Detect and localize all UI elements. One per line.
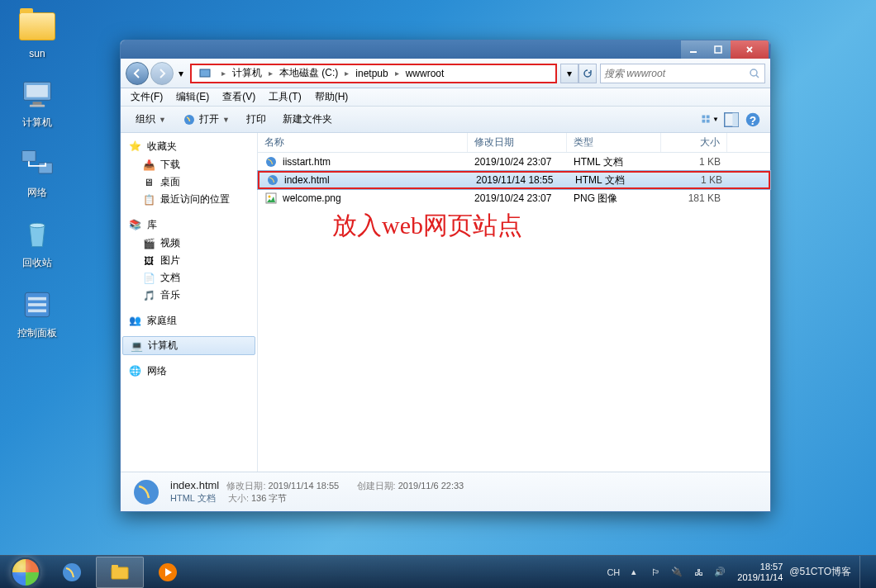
ie-icon xyxy=(266,173,279,187)
sidebar-music[interactable]: 🎵音乐 xyxy=(121,287,257,304)
nav-history-dropdown[interactable]: ▾ xyxy=(175,66,187,81)
col-type[interactable]: 类型 xyxy=(567,133,661,152)
svg-rect-19 xyxy=(707,120,710,123)
watermark: @51CTO博客 xyxy=(789,565,851,579)
explorer-window: ▾ ▸ 计算机 ▸ 本地磁盘 (C:) ▸ inetpub ▸ wwwroot … xyxy=(120,40,771,512)
power-icon[interactable]: 🔌 xyxy=(669,565,684,580)
svg-rect-4 xyxy=(22,151,36,162)
forward-button[interactable] xyxy=(150,62,174,85)
menu-tools[interactable]: 工具(T) xyxy=(262,90,307,104)
file-row[interactable]: welcome.png 2019/10/24 23:07 PNG 图像 181 … xyxy=(258,189,770,207)
show-desktop-button[interactable] xyxy=(859,556,871,589)
lang-indicator[interactable]: CH xyxy=(607,565,620,580)
col-name[interactable]: 名称 xyxy=(258,133,468,152)
chevron-right-icon: ▸ xyxy=(343,69,350,78)
details-filename: index.html xyxy=(170,479,219,491)
view-options-button[interactable]: ▼ xyxy=(701,111,719,129)
annotation-overlay: 放入web网页站点 xyxy=(332,209,522,243)
address-bar[interactable]: ▸ 计算机 ▸ 本地磁盘 (C:) ▸ inetpub ▸ wwwroot xyxy=(190,64,557,83)
action-center-icon[interactable]: 🏳 xyxy=(648,565,663,580)
refresh-button[interactable] xyxy=(578,64,597,83)
network-tray-icon[interactable]: 🖧 xyxy=(691,565,706,580)
system-tray: CH ▴ 🏳 🔌 🖧 🔊 18:57 2019/11/14 @51CTO博客 xyxy=(603,556,873,589)
file-row[interactable]: iisstart.htm 2019/10/24 23:07 HTML 文档 1 … xyxy=(258,153,770,171)
menu-view[interactable]: 查看(V) xyxy=(216,90,262,104)
tray-caret-icon[interactable]: ▴ xyxy=(626,565,641,580)
menu-edit[interactable]: 编辑(E) xyxy=(169,90,216,104)
svg-rect-2 xyxy=(33,102,42,105)
library-icon: 📚 xyxy=(127,217,142,232)
close-button[interactable] xyxy=(731,40,769,59)
sidebar-network[interactable]: 🌐网络 xyxy=(121,361,257,381)
taskbar-ie[interactable] xyxy=(48,557,96,588)
sidebar-favorites[interactable]: ⭐收藏夹 xyxy=(121,136,257,156)
taskbar: CH ▴ 🏳 🔌 🖧 🔊 18:57 2019/11/14 @51CTO博客 xyxy=(0,555,876,588)
sidebar-downloads[interactable]: 📥下载 xyxy=(121,156,257,173)
tray-clock[interactable]: 18:57 2019/11/14 xyxy=(731,562,789,583)
back-button[interactable] xyxy=(126,62,149,85)
ie-icon xyxy=(264,155,278,168)
sidebar-homegroup[interactable]: 👥家庭组 xyxy=(121,311,257,330)
svg-rect-13 xyxy=(200,69,210,77)
col-date[interactable]: 修改日期 xyxy=(468,133,567,152)
toolbar-print[interactable]: 打印 xyxy=(238,107,274,132)
menu-help[interactable]: 帮助(H) xyxy=(308,90,355,104)
details-pane: index.html 修改日期: 2019/11/14 18:55 创建日期: … xyxy=(121,472,770,511)
help-button[interactable]: ? xyxy=(744,111,762,129)
start-button[interactable] xyxy=(3,557,48,588)
desktop-icon-sun[interactable]: sun xyxy=(7,7,68,59)
search-box[interactable] xyxy=(600,64,765,83)
svg-rect-1 xyxy=(26,85,48,97)
breadcrumb-seg-0[interactable]: 计算机 xyxy=(227,65,267,82)
taskbar-explorer[interactable] xyxy=(96,557,144,588)
svg-rect-16 xyxy=(702,116,706,119)
computer-icon: 💻 xyxy=(130,339,143,353)
svg-rect-18 xyxy=(702,120,706,123)
volume-icon[interactable]: 🔊 xyxy=(712,565,727,580)
taskbar-mediaplayer[interactable] xyxy=(144,557,192,588)
preview-pane-button[interactable] xyxy=(722,111,740,129)
sidebar-documents[interactable]: 📄文档 xyxy=(121,269,257,287)
sidebar-recent[interactable]: 📋最近访问的位置 xyxy=(121,191,257,208)
breadcrumb-seg-3[interactable]: wwwroot xyxy=(401,65,450,82)
svg-text:?: ? xyxy=(750,114,756,126)
details-type: HTML 文档 xyxy=(170,493,216,503)
svg-rect-12 xyxy=(715,46,721,53)
titlebar[interactable] xyxy=(121,40,770,59)
menu-file[interactable]: 文件(F) xyxy=(124,90,169,104)
svg-rect-3 xyxy=(30,105,45,107)
address-dropdown[interactable]: ▾ xyxy=(560,64,578,83)
toolbar-organize[interactable]: 组织▼ xyxy=(127,107,174,132)
file-row-selected[interactable]: index.html 2019/11/14 18:55 HTML 文档 1 KB xyxy=(258,171,770,189)
minimize-button[interactable] xyxy=(681,40,706,59)
breadcrumb-seg-1[interactable]: 本地磁盘 (C:) xyxy=(274,65,343,82)
desktop-icon-control-panel[interactable]: 控制面板 xyxy=(7,285,68,340)
file-list: 名称 修改日期 类型 大小 iisstart.htm 2019/10/24 23… xyxy=(258,133,770,472)
desktop-icon-computer[interactable]: 计算机 xyxy=(7,74,68,130)
column-headers: 名称 修改日期 类型 大小 xyxy=(258,133,770,153)
desktop-icon-network[interactable]: 网络 xyxy=(7,145,68,200)
breadcrumb-root[interactable] xyxy=(193,65,220,82)
desktop-icon-recycle-bin[interactable]: 回收站 xyxy=(7,215,68,270)
star-icon: ⭐ xyxy=(127,139,142,154)
svg-rect-17 xyxy=(707,116,710,119)
col-size[interactable]: 大小 xyxy=(661,133,727,152)
sidebar-libraries[interactable]: 📚库 xyxy=(121,215,257,235)
toolbar-open[interactable]: 打开▼ xyxy=(174,107,238,132)
sidebar-computer[interactable]: 💻计算机 xyxy=(122,336,255,355)
sidebar-videos[interactable]: 🎬视频 xyxy=(121,235,257,252)
breadcrumb-seg-2[interactable]: inetpub xyxy=(350,65,393,82)
toolbar-newfolder[interactable]: 新建文件夹 xyxy=(274,107,340,132)
ie-icon xyxy=(131,477,162,508)
sidebar-desktop[interactable]: 🖥桌面 xyxy=(121,173,257,191)
download-icon: 📥 xyxy=(142,159,155,172)
maximize-button[interactable] xyxy=(706,40,731,59)
search-input[interactable] xyxy=(604,68,748,79)
svg-point-27 xyxy=(269,196,271,198)
windows-orb-icon xyxy=(11,557,40,587)
homegroup-icon: 👥 xyxy=(127,313,142,328)
desktop: sun 计算机 网络 回收站 控制面板 xyxy=(7,7,68,355)
sidebar-pictures[interactable]: 🖼图片 xyxy=(121,252,257,269)
recent-icon: 📋 xyxy=(142,193,155,206)
chevron-right-icon: ▸ xyxy=(267,69,274,78)
